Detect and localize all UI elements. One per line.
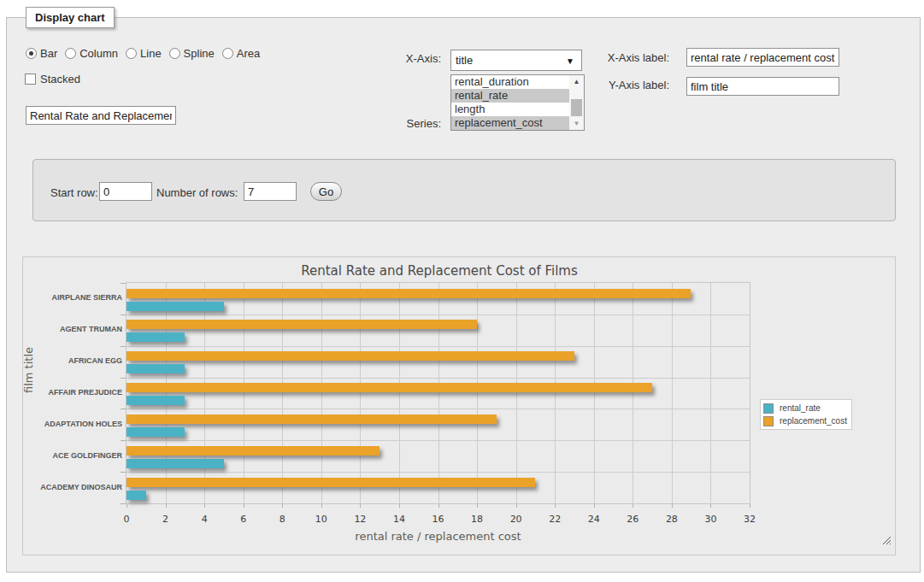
chart-bar-replacement_cost [127,351,574,361]
chart-bar-rental_rate [127,427,185,437]
x-tick-mark [360,504,361,508]
x-axis-selected-value: title [456,54,473,67]
x-tick-mark [633,504,633,508]
x-tick-label: 4 [187,514,221,525]
stacked-checkbox[interactable] [25,73,36,85]
chart-bar-rental_rate [127,491,146,500]
stacked-row: Stacked [25,73,80,85]
x-tick-label: 32 [733,514,767,525]
panel-legend: Display chart [26,7,115,28]
series-label: Series: [359,117,441,130]
chart-bar-replacement_cost [127,446,380,456]
legend-row: rental_rate [761,402,851,414]
chart-type-radio-label: Bar [40,47,57,60]
gridline-horizontal [127,346,750,347]
chart-type-radio-line[interactable] [126,48,137,59]
chart-type-option-bar[interactable]: Bar [26,47,57,60]
x-tick-label: 24 [577,514,611,525]
x-tick-label: 10 [304,514,338,525]
chart-type-option-area[interactable]: Area [222,47,260,60]
chart-resize-handle[interactable] [882,536,891,544]
chart-type-radio-spline[interactable] [169,48,180,59]
gridline-vertical [438,283,439,503]
x-tick-label: 8 [265,514,299,525]
y-axis-label-input[interactable] [686,77,839,96]
x-tick-mark [399,504,400,508]
x-tick-label: 20 [499,514,533,525]
go-button[interactable]: Go [310,182,342,201]
chart-bar-replacement_cost [127,414,497,424]
chart-legend: rental_ratereplacement_cost [760,399,852,430]
gridline-horizontal [127,440,750,441]
x-tick-mark [555,504,556,508]
chart-type-option-spline[interactable]: Spline [169,47,215,60]
x-tick-label: 18 [460,514,494,525]
chart-type-option-line[interactable]: Line [126,47,162,60]
series-option-length[interactable]: length [451,103,569,116]
chart-bar-replacement_cost [127,383,652,392]
chart-title-input[interactable] [26,106,176,125]
x-tick-label: 22 [538,514,572,525]
y-axis-label-label: Y-Axis label: [552,79,669,91]
x-tick-mark [594,504,595,508]
x-tick-mark [282,504,283,508]
x-axis-label-input[interactable] [686,48,839,67]
category-tick-mark [121,440,126,441]
row-controls-panel: Start row: Number of rows: Go [32,159,896,221]
category-tick-mark [121,378,126,379]
x-tick-label: 28 [655,514,689,525]
gridline-vertical [204,283,205,503]
legend-label: replacement_cost [780,416,847,426]
x-tick-mark [204,504,205,508]
category-tick-mark [121,283,126,284]
category-label: ADAPTATION HOLES [28,420,122,428]
x-tick-mark [672,504,673,508]
x-tick-mark [321,504,322,508]
x-tick-mark [516,504,517,508]
start-row-input[interactable] [99,182,152,201]
num-rows-label: Number of rows: [156,186,238,199]
x-tick-mark [750,504,750,508]
chart-container: Rental Rate and Replacement Cost of Film… [22,256,896,556]
x-tick-mark [244,504,244,508]
category-label: ACE GOLDFINGER [28,451,122,460]
scrollbar-thumb[interactable] [571,99,582,116]
x-tick-label: 14 [382,514,416,525]
chart-type-radio-group: BarColumnLineSplineArea [26,47,268,60]
chart-type-radio-column[interactable] [65,48,76,59]
x-tick-label: 30 [693,514,727,525]
gridline-vertical [166,283,167,503]
category-label: AGENT TRUMAN [28,325,122,333]
num-rows-input[interactable] [244,182,297,201]
x-tick-mark [127,504,127,508]
x-axis-select-label: X-Axis: [359,52,441,65]
gridline-vertical [516,283,517,503]
chart-type-radio-label: Column [79,47,118,60]
x-tick-label: 2 [149,514,183,525]
gridline-horizontal [127,472,750,473]
chart-type-radio-label: Line [140,47,162,60]
category-tick-mark [121,503,126,504]
gridline-horizontal [127,315,750,315]
legend-swatch-replacement_cost [763,416,774,426]
x-tick-label: 0 [109,514,144,525]
gridline-vertical [672,283,673,503]
scrollbar-down-icon[interactable]: ▼ [569,117,584,130]
start-row-label: Start row: [50,186,98,199]
category-tick-mark [121,346,126,347]
category-tick-mark [121,315,126,315]
gridline-vertical [594,283,595,503]
series-option-replacement_cost[interactable]: replacement_cost [451,116,569,130]
x-tick-mark [438,504,439,508]
category-label: ACADEMY DINOSAUR [28,483,122,491]
chart-type-radio-area[interactable] [222,48,233,59]
chart-type-radio-bar[interactable] [26,48,37,59]
x-tick-label: 16 [421,514,456,525]
legend-swatch-rental_rate [763,403,774,414]
gridline-vertical [360,283,361,503]
chart-bar-rental_rate [127,302,224,311]
chart-bar-rental_rate [127,332,185,342]
chart-y-axis-title: film title [22,336,36,404]
x-tick-mark [477,504,478,508]
chart-type-option-column[interactable]: Column [65,47,118,60]
